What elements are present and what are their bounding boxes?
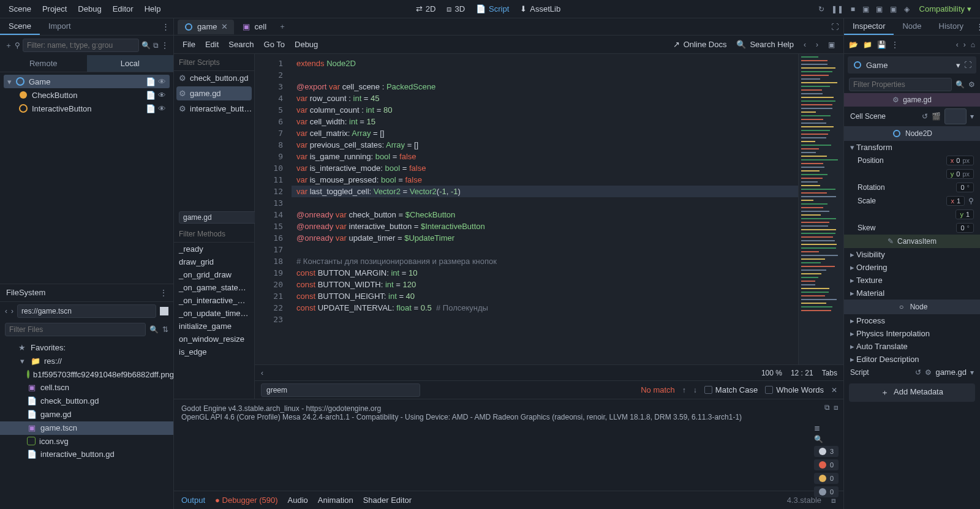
group-ordering[interactable]: ▸Ordering — [844, 261, 980, 274]
view-assetlib[interactable]: ⬇AssetLib — [520, 4, 560, 13]
dock-options-icon[interactable]: ⋮ — [972, 18, 980, 35]
section-script-header[interactable]: ⚙ game.gd — [844, 93, 980, 107]
whole-words-checkbox[interactable]: Whole Words — [765, 385, 824, 394]
menu-debug[interactable]: Debug — [78, 4, 101, 13]
menu-scene[interactable]: Scene — [9, 4, 31, 13]
view-3d[interactable]: ⧈3D — [447, 4, 465, 14]
pos-x-input[interactable]: x0px — [946, 156, 974, 165]
script-list-item[interactable]: ⚙interactive_butt… — [174, 102, 254, 116]
group-visibility[interactable]: ▸Visibility — [844, 248, 980, 261]
scale-y-input[interactable]: y1 — [956, 209, 974, 219]
group-process[interactable]: ▸Process — [844, 314, 980, 327]
method-item[interactable]: _on_update_timer… — [174, 307, 254, 320]
group-material[interactable]: ▸Material — [844, 287, 980, 300]
tab-import[interactable]: Import — [40, 18, 80, 35]
doc-tab-cell[interactable]: ▣ cell — [235, 20, 273, 34]
method-item[interactable]: _on_game_state_… — [174, 281, 254, 294]
group-auto translate[interactable]: ▸Auto Translate — [844, 340, 980, 353]
fs-root[interactable]: ▾ 📁 res:// — [0, 355, 173, 368]
view-2d[interactable]: ⇄2D — [416, 4, 436, 13]
back-icon[interactable]: ‹ — [956, 40, 959, 49]
tree-item-game[interactable]: ▾ Game 📄👁 — [4, 75, 170, 88]
filter-icon[interactable]: ≣ — [814, 424, 839, 432]
indentation-label[interactable]: Tabs — [822, 369, 837, 377]
zoom-level[interactable]: 100 % — [761, 369, 782, 377]
more-icon[interactable]: ⋮ — [161, 41, 168, 50]
tab-scene[interactable]: Scene — [0, 18, 40, 35]
resource-slot[interactable] — [944, 108, 967, 124]
remote-tab[interactable]: Remote — [0, 55, 87, 72]
section-canvasitem[interactable]: ✎CanvasItem — [844, 235, 980, 248]
expand-icon[interactable]: ⛶ — [826, 23, 843, 31]
movie-icon[interactable]: 🎬 — [932, 112, 941, 121]
stop-icon[interactable]: ■ — [851, 5, 855, 13]
fs-favorites[interactable]: ★ Favorites: — [0, 341, 173, 355]
menu-editor[interactable]: Editor — [113, 4, 134, 13]
menu-help[interactable]: Help — [145, 4, 161, 13]
forward-icon[interactable]: › — [11, 307, 13, 315]
settings-icon[interactable]: ⚙ — [968, 80, 975, 89]
find-next-icon[interactable]: ↓ — [693, 386, 697, 394]
expand-icon[interactable]: ⛶ — [964, 61, 971, 69]
dock-options-icon[interactable]: ⋮ — [160, 288, 167, 297]
group-transform[interactable]: ▾Transform — [844, 141, 980, 154]
load-icon[interactable]: 📁 — [863, 40, 872, 49]
visibility-icon[interactable]: 👁 — [158, 77, 166, 86]
file-filter-input[interactable] — [5, 323, 146, 336]
forward-icon[interactable]: › — [963, 40, 966, 49]
method-item[interactable]: initialize_game — [174, 320, 254, 333]
chevron-left-icon[interactable]: ‹ — [261, 369, 263, 377]
back-icon[interactable]: ‹ — [5, 307, 7, 315]
tab-inspector[interactable]: Inspector — [844, 18, 894, 35]
code-menu-file[interactable]: File — [183, 40, 195, 49]
bottom-tab-shader[interactable]: Shader Editor — [363, 496, 412, 505]
fs-item[interactable]: ▣cell.tscn — [0, 381, 173, 394]
save-icon[interactable]: 💾 — [877, 40, 886, 49]
movie-icon[interactable]: ▣ — [890, 5, 897, 13]
minimap[interactable] — [798, 54, 843, 364]
method-item[interactable]: _ready — [174, 243, 254, 255]
tree-item-checkbutton[interactable]: CheckButton 📄👁 — [0, 88, 173, 102]
local-tab[interactable]: Local — [87, 55, 174, 72]
reset-icon[interactable]: ↺ — [922, 112, 928, 121]
add-metadata-button[interactable]: ＋Add Metadata — [849, 383, 975, 402]
badge-errors[interactable]: 0 — [814, 459, 839, 470]
code-menu-goto[interactable]: Go To — [264, 40, 285, 49]
script-attach-icon[interactable]: 📄 — [146, 104, 156, 113]
link-icon[interactable]: ⚲ — [15, 41, 20, 50]
visibility-icon[interactable]: 👁 — [158, 104, 166, 113]
group-editor description[interactable]: ▸Editor Description — [844, 353, 980, 366]
script-value[interactable]: game.gd — [935, 368, 967, 377]
renderer-dropdown[interactable]: Compatibility▾ — [919, 4, 971, 13]
method-item[interactable]: on_window_resize — [174, 333, 254, 345]
nav-back-icon[interactable]: ‹ — [804, 40, 806, 49]
online-docs-button[interactable]: ↗Online Docs — [673, 40, 727, 49]
more-icon[interactable]: ⋮ — [891, 40, 899, 49]
rotation-input[interactable]: 0° — [956, 183, 974, 192]
method-item[interactable]: _on_interactive_m… — [174, 294, 254, 307]
group-physics interpolation[interactable]: ▸Physics Interpolation — [844, 327, 980, 340]
run-current-icon[interactable]: ▣ — [876, 5, 883, 13]
tab-node[interactable]: Node — [894, 18, 930, 35]
view-mode-icon[interactable] — [160, 307, 168, 315]
skew-input[interactable]: 0° — [956, 223, 974, 233]
bottom-tab-debugger[interactable]: ● Debugger (590) — [215, 496, 278, 505]
search-icon[interactable]: 🔍 — [956, 80, 965, 89]
bottom-tab-audio[interactable]: Audio — [288, 496, 308, 505]
clear-icon[interactable]: ⧈ — [834, 403, 839, 412]
home-icon[interactable]: ⌂ — [971, 40, 975, 49]
sort-icon[interactable]: ⇅ — [162, 325, 168, 334]
tab-history[interactable]: History — [930, 18, 972, 35]
method-item[interactable]: is_edge — [174, 345, 254, 358]
search-help-button[interactable]: 🔍Search Help — [736, 40, 794, 49]
bottom-tab-output[interactable]: Output — [181, 496, 205, 505]
badge-info[interactable]: 0 — [814, 486, 839, 497]
fs-item[interactable]: ▣game.tscn — [0, 421, 173, 435]
code-menu-debug[interactable]: Debug — [295, 40, 318, 49]
add-tab-icon[interactable]: ＋ — [274, 21, 291, 32]
menu-project[interactable]: Project — [42, 4, 67, 13]
code-menu-edit[interactable]: Edit — [205, 40, 219, 49]
bottom-tab-animation[interactable]: Animation — [318, 496, 353, 505]
doc-tab-game[interactable]: game ✕ — [178, 20, 234, 34]
open-icon[interactable]: 📂 — [849, 40, 858, 49]
